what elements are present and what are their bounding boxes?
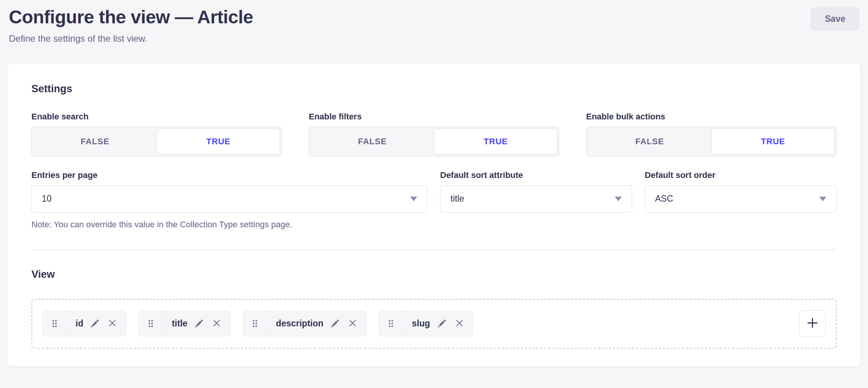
field-pill-slug: slug [378, 311, 473, 336]
close-icon [212, 318, 221, 329]
enable-filters-true-option[interactable]: TRUE [434, 129, 557, 155]
entries-per-page-select[interactable]: 10 [31, 185, 427, 213]
close-icon [348, 318, 357, 329]
chevron-down-icon [615, 197, 622, 201]
select-value: ASC [655, 194, 673, 204]
toggle-label: Enable search [31, 112, 282, 122]
default-sort-attribute-select[interactable]: title [440, 185, 632, 213]
toggle-field-enable-bulk-actions: Enable bulk actions FALSE TRUE [586, 112, 837, 157]
select-value: 10 [42, 194, 52, 204]
edit-pencil-icon [437, 318, 447, 329]
add-field-button[interactable] [799, 310, 826, 337]
settings-toggles-row: Enable search FALSE TRUE Enable filters … [31, 112, 837, 157]
save-button[interactable]: Save [811, 8, 859, 30]
page-subtitle: Define the settings of the list view. [9, 33, 253, 44]
field-pill-title: title [138, 311, 230, 336]
page-header-text: Configure the view — Article Define the … [9, 6, 253, 44]
enable-filters-toggle[interactable]: FALSE TRUE [309, 127, 559, 157]
select-field-entries-per-page: Entries per page 10 [31, 170, 427, 213]
entries-per-page-note: Note: You can override this value in the… [31, 220, 837, 230]
field-pill-label: title [172, 318, 187, 329]
toggle-field-enable-filters: Enable filters FALSE TRUE [309, 112, 559, 157]
default-sort-order-select[interactable]: ASC [645, 185, 837, 213]
drag-handle-icon[interactable] [139, 311, 163, 336]
enable-search-true-option[interactable]: TRUE [157, 129, 280, 155]
page-header: Configure the view — Article Define the … [0, 0, 868, 44]
remove-field-button[interactable] [108, 318, 117, 329]
field-pill-body: description [267, 311, 366, 336]
field-pill-id: id [42, 311, 126, 336]
field-pill-body: id [67, 311, 126, 336]
close-icon [455, 318, 464, 329]
field-pill-label: slug [412, 318, 430, 329]
select-field-default-sort-attribute: Default sort attribute title [440, 170, 632, 213]
chevron-down-icon [819, 197, 826, 201]
edit-field-button[interactable] [195, 318, 205, 329]
enable-bulk-actions-toggle[interactable]: FALSE TRUE [586, 127, 837, 157]
field-pill-body: slug [403, 311, 472, 336]
view-heading: View [31, 269, 837, 280]
edit-field-button[interactable] [90, 318, 100, 329]
remove-field-button[interactable] [348, 318, 357, 329]
edit-pencil-icon [331, 318, 341, 329]
enable-bulk-actions-true-option[interactable]: TRUE [711, 129, 835, 155]
remove-field-button[interactable] [455, 318, 464, 329]
close-icon [108, 318, 117, 329]
enable-filters-false-option[interactable]: FALSE [311, 129, 434, 155]
configuration-card: Settings Enable search FALSE TRUE Enable… [8, 64, 860, 366]
select-value: title [450, 194, 464, 204]
select-label: Default sort attribute [440, 170, 632, 180]
enable-bulk-actions-false-option[interactable]: FALSE [588, 129, 711, 155]
edit-pencil-icon [195, 318, 205, 329]
enable-search-false-option[interactable]: FALSE [33, 129, 157, 155]
edit-field-button[interactable] [331, 318, 341, 329]
toggle-label: Enable bulk actions [586, 112, 837, 122]
drag-handle-icon[interactable] [43, 311, 67, 336]
edit-field-button[interactable] [437, 318, 447, 329]
settings-heading: Settings [31, 83, 837, 95]
field-pill-body: title [163, 311, 230, 336]
view-fields-dropzone: id [31, 299, 837, 349]
field-pill-label: id [75, 318, 83, 329]
toggle-field-enable-search: Enable search FALSE TRUE [31, 112, 282, 157]
drag-handle-icon[interactable] [379, 311, 403, 336]
edit-pencil-icon [90, 318, 100, 329]
settings-selects-row: Entries per page 10 Default sort attribu… [31, 170, 837, 213]
chevron-down-icon [410, 197, 417, 201]
drag-handle-icon[interactable] [243, 311, 267, 336]
select-label: Entries per page [31, 170, 427, 180]
plus-icon [806, 316, 819, 331]
field-pill-label: description [276, 318, 323, 329]
select-field-default-sort-order: Default sort order ASC [645, 170, 837, 213]
field-pill-description: description [242, 311, 366, 336]
remove-field-button[interactable] [212, 318, 221, 329]
page-title: Configure the view — Article [9, 6, 253, 28]
section-divider [31, 249, 837, 250]
enable-search-toggle[interactable]: FALSE TRUE [31, 127, 282, 157]
select-label: Default sort order [645, 170, 837, 180]
toggle-label: Enable filters [309, 112, 559, 122]
